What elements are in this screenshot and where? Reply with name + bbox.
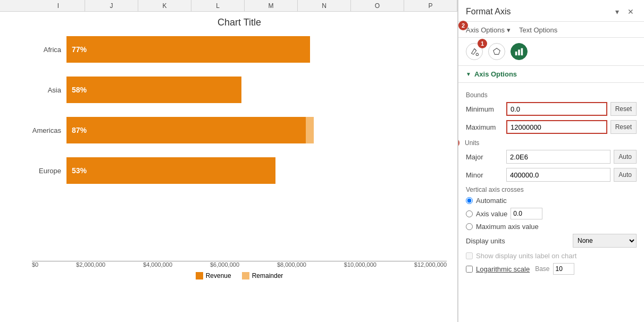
col-headers: I J K L M N O P <box>0 0 457 12</box>
x-axis: $0$2,000,000$4,000,000$6,000,000$8,000,0… <box>32 261 447 268</box>
bar-wrapper: 77% <box>66 36 447 63</box>
radio-axis-value[interactable] <box>466 210 473 217</box>
effects-icon-btn[interactable] <box>488 43 505 60</box>
minor-field-row: Minor Auto <box>466 168 637 182</box>
radio-max-axis[interactable] <box>466 223 473 230</box>
maximum-input[interactable] <box>506 120 607 134</box>
major-auto-btn[interactable]: Auto <box>614 150 637 164</box>
bar-revenue: 77% <box>66 36 310 63</box>
bar-pct: 87% <box>72 126 87 134</box>
chart-options-icon-btn[interactable] <box>511 43 528 60</box>
axis-value-input[interactable] <box>511 208 542 219</box>
panel-content: ▼ Axis Options Bounds Minimum Reset Maxi… <box>458 66 644 322</box>
chart-legend: RevenueRemainder <box>32 272 447 279</box>
x-axis-label: $8,000,000 <box>277 261 306 268</box>
display-units-row: Display units None <box>466 234 637 248</box>
bar-row: Asia58% <box>32 74 447 106</box>
panel-controls: ▾ ✕ <box>613 6 637 17</box>
radio-automatic-row: Automatic <box>466 197 637 205</box>
bar-pct: 58% <box>72 86 87 94</box>
col-header-j: J <box>85 0 138 11</box>
col-header-p: P <box>404 0 457 11</box>
tab-text-options[interactable]: Text Options <box>519 26 557 37</box>
chart-area: I J K L M N O P Chart Title Africa77%Asi… <box>0 0 458 322</box>
axis-options-badge: 2 <box>458 21 468 30</box>
legend-label: Remainder <box>252 272 283 279</box>
tab-row: 2 Axis Options ▾ Text Options <box>458 22 644 38</box>
svg-marker-1 <box>494 48 500 55</box>
panel-dropdown-btn[interactable]: ▾ <box>613 6 622 17</box>
units-label: Units <box>465 139 479 147</box>
radio-axis-value-row: Axis value <box>466 208 637 219</box>
col-header-o: O <box>351 0 404 11</box>
bar-label-europe: Europe <box>32 167 66 175</box>
maximum-field-row: Maximum Reset <box>466 120 637 134</box>
bar-wrapper: 87% <box>66 117 447 143</box>
bar-chart: Africa77%Asia58%Americas87%Europe53% <box>32 33 447 259</box>
section-arrow-icon: ▼ <box>466 71 471 77</box>
legend-item: Remainder <box>242 272 283 279</box>
major-input[interactable] <box>506 150 610 164</box>
bar-pct: 53% <box>72 166 87 175</box>
axis-options-tab-container: 2 Axis Options ▾ <box>466 26 511 37</box>
col-header-k: K <box>138 0 191 11</box>
bar-revenue: 53% <box>66 157 275 184</box>
bar-revenue: 87% <box>66 117 306 143</box>
minor-input[interactable] <box>506 168 610 182</box>
minor-label: Minor <box>466 171 503 179</box>
tab-axis-options[interactable]: Axis Options ▾ <box>466 26 511 37</box>
minimum-field-row: Minimum Reset <box>466 102 637 116</box>
svg-rect-4 <box>521 48 523 56</box>
panel-header: Format Axis ▾ ✕ <box>458 0 644 22</box>
svg-rect-2 <box>515 52 517 55</box>
radio-axis-value-label: Axis value <box>476 210 507 218</box>
col-header-n: N <box>298 0 351 11</box>
bar-wrapper: 58% <box>66 77 447 103</box>
panel-close-btn[interactable]: ✕ <box>625 6 637 17</box>
bar-label-africa: Africa <box>32 46 66 54</box>
log-scale-checkbox[interactable] <box>466 266 473 273</box>
minimum-label: Minimum <box>466 105 503 113</box>
bounds-label: Bounds <box>466 91 637 99</box>
radio-automatic-label: Automatic <box>476 197 507 205</box>
legend-label: Revenue <box>206 272 231 279</box>
log-base-input[interactable] <box>553 263 574 275</box>
show-display-units-checkbox[interactable] <box>466 252 473 259</box>
radio-max-axis-label: Maximum axis value <box>476 223 539 231</box>
col-header-i: I <box>32 0 85 11</box>
show-display-units-label: Show display units label on chart <box>476 252 576 260</box>
col-header-m: M <box>245 0 298 11</box>
bar-row: Europe53% <box>32 155 447 187</box>
bar-row: Africa77% <box>32 33 447 65</box>
icon-number-badge: 1 <box>478 39 487 48</box>
maximum-reset-btn[interactable]: Reset <box>610 120 637 134</box>
section-body: Bounds Minimum Reset Maximum Reset 3 Uni… <box>458 83 644 282</box>
display-units-select[interactable]: None <box>573 234 637 248</box>
vertical-crosses-label: Vertical axis crosses <box>466 186 637 193</box>
radio-automatic[interactable] <box>466 197 473 204</box>
svg-rect-3 <box>518 49 520 55</box>
axis-options-section-header[interactable]: ▼ Axis Options <box>458 66 644 83</box>
svg-point-0 <box>476 53 479 56</box>
chart-icon <box>514 47 524 56</box>
bar-revenue: 58% <box>66 77 241 103</box>
x-axis-label: $10,000,000 <box>344 261 377 268</box>
icon-badge-container: 1 <box>466 43 483 60</box>
bar-label-asia: Asia <box>32 86 66 94</box>
minor-auto-btn[interactable]: Auto <box>614 168 637 182</box>
minimum-input[interactable] <box>506 102 607 116</box>
major-field-row: Major Auto <box>466 150 637 164</box>
log-scale-row: Logarithmic scale Base <box>466 263 637 275</box>
minimum-reset-btn[interactable]: Reset <box>610 102 637 116</box>
log-base-label: Base <box>535 265 549 273</box>
section-title: Axis Options <box>474 70 517 78</box>
display-units-label: Display units <box>466 237 570 245</box>
paint-bucket-icon <box>470 47 479 56</box>
bar-row: Americas87% <box>32 114 447 146</box>
chart-container: Chart Title Africa77%Asia58%Americas87%E… <box>0 12 457 322</box>
show-display-units-row: Show display units label on chart <box>466 252 637 260</box>
legend-color-swatch <box>242 272 249 279</box>
x-axis-label: $12,000,000 <box>414 261 447 268</box>
x-axis-label: $0 <box>32 261 38 268</box>
bar-label-americas: Americas <box>32 126 66 134</box>
